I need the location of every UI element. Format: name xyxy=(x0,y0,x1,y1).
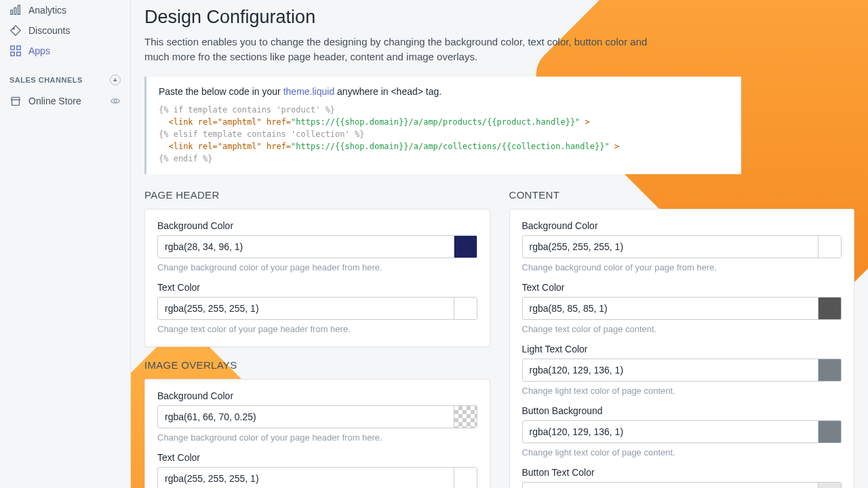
sidebar-item-label: Online Store xyxy=(28,96,81,106)
sidebar-item-label: Discounts xyxy=(28,25,70,36)
field-label: Text Color xyxy=(157,282,477,293)
content-bg-input[interactable] xyxy=(523,236,818,258)
sidebar-item-discounts[interactable]: Discounts xyxy=(0,20,130,41)
section-title-page-header: PAGE HEADER xyxy=(144,189,490,201)
view-icon[interactable] xyxy=(110,96,121,106)
button-text-input[interactable] xyxy=(523,483,818,489)
add-channel-icon[interactable]: + xyxy=(110,75,121,85)
field-label: Button Background xyxy=(522,405,842,416)
svg-point-3 xyxy=(13,28,14,29)
svg-rect-6 xyxy=(11,52,14,56)
field-hint: Change text color of page content. xyxy=(522,324,842,334)
field-label: Text Color xyxy=(522,282,842,293)
color-swatch[interactable] xyxy=(818,298,841,319)
store-icon xyxy=(9,95,22,107)
color-swatch[interactable] xyxy=(818,421,841,443)
button-bg-input[interactable] xyxy=(523,421,818,443)
field-label: Background Color xyxy=(157,390,477,401)
svg-point-8 xyxy=(114,100,117,102)
page-title: Design Configuration xyxy=(144,7,854,28)
section-title-image-overlays: IMAGE OVERLAYS xyxy=(144,359,490,371)
code-snippet: {% if template contains 'product' %} <li… xyxy=(159,104,729,165)
overlay-text-input[interactable] xyxy=(158,468,454,489)
code-instruction-card: Paste the below code in your theme.liqui… xyxy=(144,77,741,174)
field-hint: Change light text color of page content. xyxy=(522,447,842,458)
color-swatch[interactable] xyxy=(454,468,477,489)
field-label: Background Color xyxy=(157,220,477,231)
section-title-content: CONTENT xyxy=(509,189,855,201)
field-label: Button Text Color xyxy=(522,467,842,478)
apps-icon xyxy=(9,45,22,57)
page-header-bg-input[interactable] xyxy=(158,236,454,258)
page-description: This section enables you to change the d… xyxy=(144,35,660,64)
theme-liquid-link[interactable]: theme.liquid xyxy=(283,86,335,97)
sidebar-item-analytics[interactable]: Analytics xyxy=(0,0,130,20)
sidebar-item-apps[interactable]: Apps xyxy=(0,41,130,61)
svg-rect-2 xyxy=(18,5,20,14)
svg-rect-0 xyxy=(11,10,13,14)
color-swatch[interactable] xyxy=(818,236,841,258)
field-label: Text Color xyxy=(157,452,477,463)
image-overlays-card: Background Color Change background color… xyxy=(144,379,490,489)
sidebar-item-label: Apps xyxy=(28,45,50,56)
sidebar: Analytics Discounts Apps SALES CHANNELS … xyxy=(0,0,131,488)
content-card: Background Color Change background color… xyxy=(509,209,855,489)
svg-rect-7 xyxy=(17,52,20,56)
analytics-icon xyxy=(9,4,22,16)
svg-rect-1 xyxy=(14,7,16,14)
content-light-text-input[interactable] xyxy=(523,359,818,381)
field-hint: Change text color of your page header fr… xyxy=(157,324,477,334)
field-hint: Change background color of your page fro… xyxy=(522,262,842,272)
sidebar-item-label: Analytics xyxy=(28,5,66,16)
code-instruction-text: Paste the below code in your theme.liqui… xyxy=(159,86,729,97)
discount-icon xyxy=(9,24,22,37)
page-header-card: Background Color Change background color… xyxy=(144,209,490,347)
color-swatch[interactable] xyxy=(818,359,841,381)
field-label: Light Text Color xyxy=(522,344,842,354)
overlay-bg-input[interactable] xyxy=(158,406,454,428)
color-swatch[interactable] xyxy=(818,483,841,489)
sales-channels-label: SALES CHANNELS + xyxy=(0,61,130,91)
field-hint: Change light text color of page content. xyxy=(522,386,842,396)
color-swatch[interactable] xyxy=(454,236,477,258)
field-hint: Change background color of your page hea… xyxy=(157,262,477,272)
page-header-text-input[interactable] xyxy=(158,298,454,319)
svg-rect-5 xyxy=(17,46,20,49)
field-hint: Change background color of your page hea… xyxy=(157,432,477,443)
main-content: Design Configuration This section enable… xyxy=(131,0,868,488)
content-text-input[interactable] xyxy=(523,298,818,319)
sidebar-item-online-store[interactable]: Online Store xyxy=(0,91,130,111)
field-label: Background Color xyxy=(522,220,842,231)
color-swatch[interactable] xyxy=(454,406,477,428)
color-swatch[interactable] xyxy=(454,298,477,319)
svg-rect-4 xyxy=(11,46,14,49)
